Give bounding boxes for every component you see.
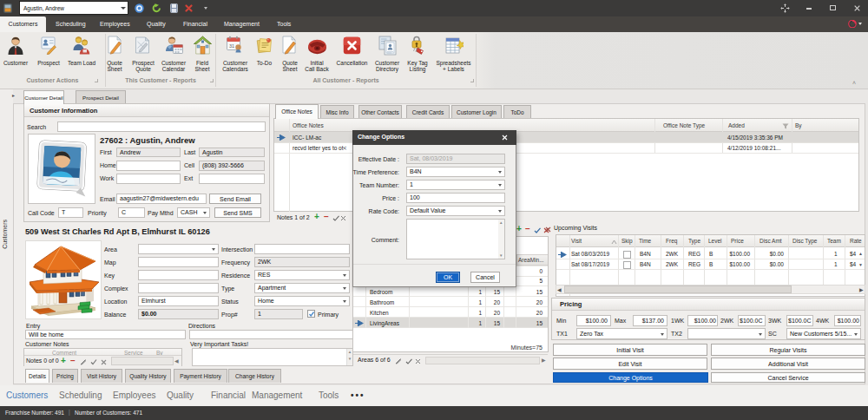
svg-text:31: 31 [229, 43, 234, 49]
